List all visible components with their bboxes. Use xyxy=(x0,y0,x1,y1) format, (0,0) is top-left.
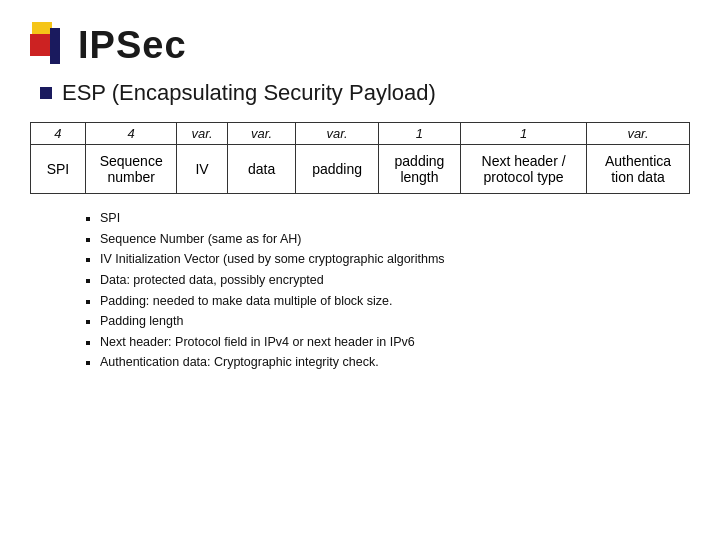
bullet-square-icon xyxy=(40,87,52,99)
bullet-item: Padding: needed to make data multiple of… xyxy=(100,291,690,312)
bullet-item: SPI xyxy=(100,208,690,229)
size-iv: var. xyxy=(177,123,227,145)
esp-table: 4 4 var. var. var. 1 1 var. SPI Sequence… xyxy=(30,122,690,194)
field-padlen: paddinglength xyxy=(378,145,460,194)
size-nexthdr: 1 xyxy=(461,123,587,145)
field-nexthdr: Next header /protocol type xyxy=(461,145,587,194)
field-iv: IV xyxy=(177,145,227,194)
field-seq: Sequencenumber xyxy=(85,145,177,194)
field-data: data xyxy=(227,145,296,194)
size-data: var. xyxy=(227,123,296,145)
field-spi: SPI xyxy=(31,145,86,194)
size-spi: 4 xyxy=(31,123,86,145)
logo-area: IPSec xyxy=(30,20,690,70)
bullet-item: Sequence Number (same as for AH) xyxy=(100,229,690,250)
size-padding: var. xyxy=(296,123,378,145)
bullet-item: Authentication data: Cryptographic integ… xyxy=(100,352,690,373)
bullet-item: Next header: Protocol field in IPv4 or n… xyxy=(100,332,690,353)
field-padding: padding xyxy=(296,145,378,194)
size-seq: 4 xyxy=(85,123,177,145)
page-title: IPSec xyxy=(78,24,187,67)
field-auth: Authentication data xyxy=(586,145,689,194)
fields-row: SPI Sequencenumber IV data padding paddi… xyxy=(31,145,690,194)
bullet-item: IV Initialization Vector (used by some c… xyxy=(100,249,690,270)
block-red xyxy=(30,34,52,56)
size-padlen: 1 xyxy=(378,123,460,145)
bullets-list: SPI Sequence Number (same as for AH) IV … xyxy=(90,208,690,373)
logo-blocks xyxy=(30,20,68,70)
bullet-item: Data: protected data, possibly encrypted xyxy=(100,270,690,291)
page: IPSec ESP (Encapsulating Security Payloa… xyxy=(0,0,720,540)
size-auth: var. xyxy=(586,123,689,145)
subtitle-row: ESP (Encapsulating Security Payload) xyxy=(40,80,690,106)
bullet-item: Padding length xyxy=(100,311,690,332)
subtitle: ESP (Encapsulating Security Payload) xyxy=(62,80,436,106)
block-blue xyxy=(50,28,60,64)
size-row: 4 4 var. var. var. 1 1 var. xyxy=(31,123,690,145)
